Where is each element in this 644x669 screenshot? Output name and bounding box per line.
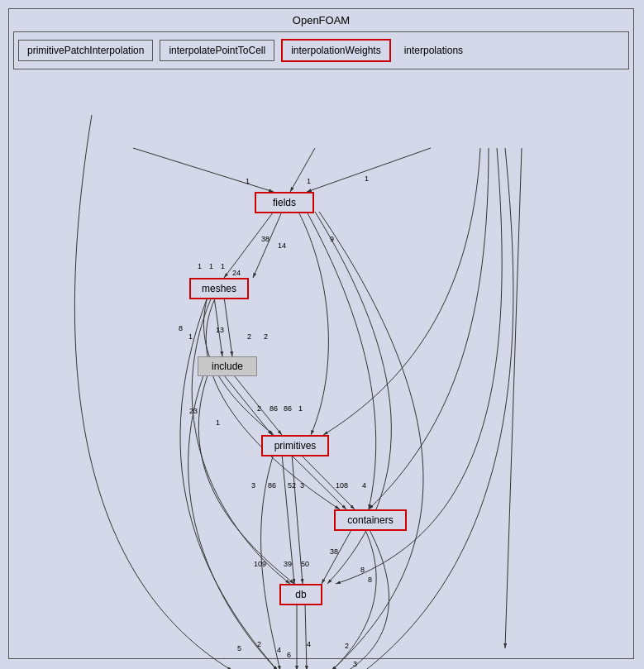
edge-label: 13 bbox=[216, 326, 224, 334]
top-box-primitivepatchinterpolation[interactable]: primitivePatchInterpolation bbox=[18, 40, 153, 61]
svg-line-4 bbox=[505, 148, 522, 648]
edge-label: 1 bbox=[298, 404, 303, 413]
edge-label: 3 bbox=[353, 660, 357, 668]
top-box-interpolatepointtocell[interactable]: interpolatePointToCell bbox=[160, 40, 274, 61]
edge-label: 23 bbox=[189, 407, 198, 415]
edge-label: 50 bbox=[301, 560, 309, 568]
node-db[interactable]: db bbox=[279, 584, 322, 605]
svg-line-3 bbox=[307, 148, 431, 192]
svg-line-8 bbox=[224, 297, 232, 356]
edge-label: 1 bbox=[246, 177, 250, 185]
edge-label: 52 bbox=[288, 481, 296, 490]
graph-area: 1 1 1 38 14 9 1 1 1 24 8 1 13 2 2 23 2 8… bbox=[9, 69, 635, 632]
top-boxes-container: primitivePatchInterpolation interpolateP… bbox=[13, 31, 629, 69]
edge-label: 1 bbox=[188, 332, 193, 341]
edge-label: 108 bbox=[336, 481, 348, 490]
edge-label: 109 bbox=[254, 560, 266, 568]
dependency-arrows bbox=[9, 69, 635, 632]
edge-label: 1 bbox=[209, 262, 213, 270]
node-fields[interactable]: fields bbox=[255, 192, 314, 213]
edge-label: 4 bbox=[362, 481, 366, 490]
edge-label: 1 bbox=[198, 262, 202, 270]
edge-label: 5 bbox=[237, 644, 241, 652]
edge-label: 1 bbox=[216, 418, 220, 427]
edge-label: 2 bbox=[345, 642, 349, 650]
svg-line-1 bbox=[133, 148, 274, 192]
edge-label: 86 bbox=[270, 404, 278, 413]
edge-label: 2 bbox=[264, 332, 268, 341]
edge-label: 86 bbox=[268, 481, 276, 490]
edge-label: 9 bbox=[330, 235, 334, 243]
edge-label: 39 bbox=[284, 560, 292, 568]
edge-label: 4 bbox=[307, 640, 311, 648]
edge-label: 2 bbox=[257, 640, 261, 648]
edge-label: 3 bbox=[300, 481, 304, 490]
edge-label: 8 bbox=[360, 566, 365, 574]
node-include[interactable]: include bbox=[198, 356, 257, 376]
edge-label: 1 bbox=[307, 177, 311, 185]
svg-line-15 bbox=[322, 528, 352, 584]
node-meshes[interactable]: meshes bbox=[189, 278, 249, 299]
top-box-interpolations[interactable]: interpolations bbox=[404, 45, 463, 56]
edge-label: 38 bbox=[261, 235, 270, 243]
edge-label: 1 bbox=[365, 174, 369, 183]
edge-label: 4 bbox=[277, 646, 281, 654]
svg-line-17 bbox=[305, 603, 307, 669]
top-box-interpolationweights[interactable]: interpolationWeights bbox=[281, 39, 391, 62]
edge-label: 24 bbox=[232, 269, 241, 277]
edge-label: 2 bbox=[257, 404, 261, 413]
edge-label: 86 bbox=[284, 404, 292, 413]
node-primitives[interactable]: primitives bbox=[261, 435, 329, 456]
edge-label: 6 bbox=[287, 651, 291, 659]
edge-label: 2 bbox=[247, 332, 251, 341]
main-container: OpenFOAM primitivePatchInterpolation int… bbox=[8, 8, 634, 659]
edge-label: 38 bbox=[330, 547, 338, 556]
svg-line-9 bbox=[224, 375, 272, 435]
edge-label: 3 bbox=[251, 481, 255, 490]
node-containers[interactable]: containers bbox=[334, 509, 407, 531]
page-title: OpenFOAM bbox=[9, 9, 633, 31]
svg-line-5 bbox=[224, 212, 274, 278]
svg-line-2 bbox=[290, 148, 315, 192]
edge-label: 8 bbox=[179, 324, 183, 332]
edge-label: 8 bbox=[368, 576, 372, 584]
edge-label: 14 bbox=[278, 241, 286, 250]
edge-label: 1 bbox=[221, 262, 225, 270]
